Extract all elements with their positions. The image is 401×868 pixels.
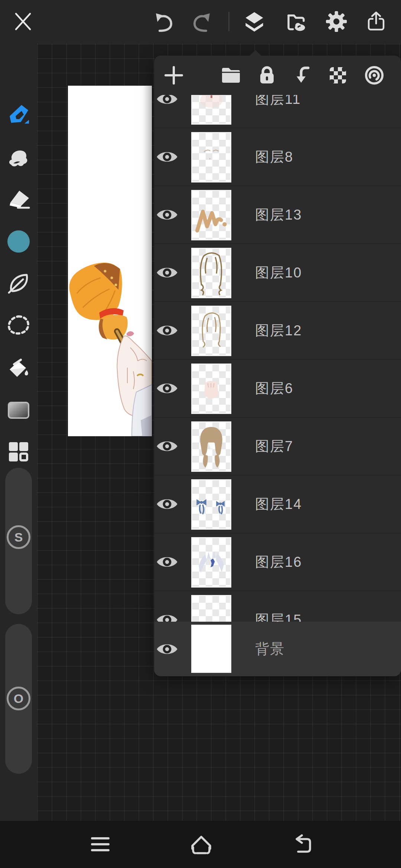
layer-row[interactable]: 图层11	[154, 95, 401, 128]
nav-back-button[interactable]	[291, 833, 314, 855]
layer-row[interactable]: 图层10	[154, 244, 401, 302]
checkerboard-icon	[327, 65, 348, 86]
layer-thumbnail[interactable]	[191, 306, 231, 356]
layer-row[interactable]: 图层14	[154, 476, 401, 533]
opacity-slider-knob[interactable]: O	[7, 687, 30, 710]
layer-thumbnail[interactable]	[191, 190, 231, 240]
spiral-rings-icon	[364, 65, 385, 86]
visibility-eye-icon[interactable]	[156, 323, 178, 338]
smudge-finger-icon	[7, 145, 30, 169]
size-slider-knob[interactable]: S	[7, 525, 30, 549]
merge-down-button[interactable]	[293, 65, 313, 86]
visibility-eye-icon[interactable]	[156, 207, 178, 223]
layer-name: 图层10	[255, 244, 302, 301]
visibility-eye-icon[interactable]	[156, 612, 178, 622]
tool-shape-library[interactable]	[7, 440, 30, 464]
back-icon	[292, 834, 313, 855]
layer-row[interactable]: 图层12	[154, 302, 401, 360]
visibility-eye-icon[interactable]	[156, 381, 178, 396]
nav-menu-button[interactable]	[89, 833, 111, 855]
layer-row[interactable]: 图层8	[154, 128, 401, 186]
tool-brush[interactable]	[7, 103, 30, 126]
layer-name: 图层8	[255, 128, 293, 185]
tool-gradient[interactable]	[7, 398, 30, 422]
layer-thumbnail[interactable]	[191, 479, 231, 530]
transparency-button[interactable]	[327, 65, 348, 86]
undo-icon	[153, 11, 174, 32]
lock-layer-button[interactable]	[257, 65, 277, 86]
nav-home-button[interactable]	[190, 833, 212, 855]
brush-size-slider[interactable]: S	[5, 468, 32, 614]
layer-row[interactable]: 图层15	[154, 591, 401, 622]
redo-icon	[192, 11, 213, 32]
visibility-eye-icon[interactable]	[156, 95, 178, 107]
layer-thumbnail[interactable]	[191, 364, 231, 414]
top-toolbar	[0, 0, 401, 44]
layer-row[interactable]: 图层7	[154, 418, 401, 476]
layer-thumbnail[interactable]	[191, 421, 231, 472]
close-button[interactable]	[13, 11, 33, 32]
visibility-eye-icon[interactable]	[156, 149, 178, 165]
menu-icon	[91, 836, 110, 852]
share-icon	[365, 11, 387, 32]
layer-name: 图层15	[255, 591, 302, 622]
layer-thumbnail[interactable]	[191, 595, 231, 622]
layer-thumbnail[interactable]	[191, 132, 231, 183]
color-swatch-circle	[7, 230, 30, 253]
add-layer-button[interactable]	[163, 65, 184, 86]
tool-eraser[interactable]	[7, 188, 30, 212]
toolbar-divider	[228, 12, 229, 31]
size-slider-label: S	[14, 530, 23, 545]
layer-name: 图层14	[255, 476, 302, 533]
layer-list: 图层11 图层8 图层13 图层10 图层12 图层6	[154, 95, 401, 622]
layer-thumbnail[interactable]	[191, 248, 231, 298]
tool-color-swatch[interactable]	[7, 230, 30, 253]
drawing-canvas[interactable]	[68, 86, 152, 436]
visibility-eye-icon[interactable]	[156, 496, 178, 512]
tool-smudge[interactable]	[7, 145, 30, 169]
share-button[interactable]	[366, 11, 387, 32]
eraser-icon	[7, 188, 30, 212]
gradient-icon	[7, 398, 30, 422]
layer-name: 背景	[255, 622, 285, 676]
visibility-eye-icon[interactable]	[156, 438, 178, 454]
layer-thumbnail[interactable]	[191, 537, 231, 588]
visibility-eye-icon[interactable]	[156, 265, 178, 280]
tool-fill-bucket[interactable]	[7, 357, 30, 381]
layer-thumbnail[interactable]	[191, 625, 231, 673]
undo-button[interactable]	[153, 11, 174, 32]
brush-opacity-slider[interactable]: O	[5, 624, 32, 774]
clipping-mask-button[interactable]	[364, 65, 385, 86]
layers-button[interactable]	[244, 11, 265, 32]
layer-list-viewport[interactable]: 图层11 图层8 图层13 图层10 图层12 图层6	[154, 95, 401, 622]
paint-bucket-icon	[7, 357, 30, 381]
visibility-eye-icon[interactable]	[156, 554, 178, 570]
files-button[interactable]	[286, 11, 306, 32]
visibility-eye-icon[interactable]	[156, 641, 178, 657]
layer-name: 图层16	[255, 533, 302, 591]
layer-name: 图层13	[255, 186, 302, 243]
tool-lasso-select[interactable]	[7, 314, 30, 338]
layer-row[interactable]: 图层16	[154, 533, 401, 591]
layer-thumbnail[interactable]	[191, 95, 231, 125]
folder-cloud-icon	[285, 11, 307, 32]
lock-icon	[257, 65, 277, 86]
panel-caret	[249, 50, 262, 56]
tool-rail: S O	[0, 44, 37, 821]
artwork-broom-and-hand	[68, 86, 152, 436]
tool-curve-pen[interactable]	[7, 271, 30, 295]
new-folder-button[interactable]	[220, 65, 241, 86]
layer-name: 图层6	[255, 360, 293, 417]
layer-row[interactable]: 图层6	[154, 360, 401, 418]
layer-name: 图层7	[255, 418, 293, 475]
redo-button[interactable]	[192, 11, 213, 32]
layers-icon	[244, 11, 265, 32]
app-screen: S O	[0, 0, 401, 868]
lasso-icon	[7, 314, 30, 338]
layers-panel: 图层11 图层8 图层13 图层10 图层12 图层6	[154, 56, 401, 676]
background-layer-row[interactable]: 背景	[154, 622, 401, 676]
layer-row[interactable]: 图层13	[154, 186, 401, 244]
close-icon	[13, 11, 33, 32]
folder-icon	[220, 65, 241, 86]
settings-button[interactable]	[326, 11, 347, 32]
